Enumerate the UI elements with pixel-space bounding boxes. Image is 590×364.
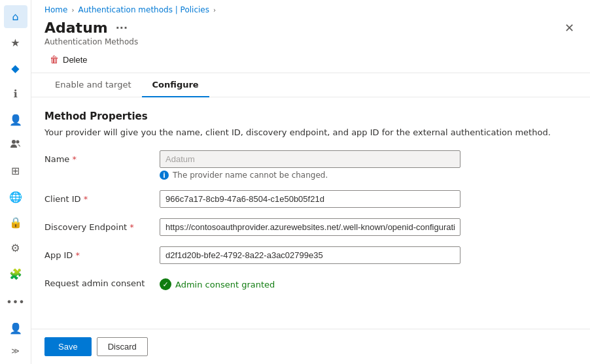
save-button[interactable]: Save xyxy=(44,337,92,356)
form-row-consent: Request admin consent ✓ Admin consent gr… xyxy=(44,274,577,290)
tab-enable-and-target[interactable]: Enable and target xyxy=(44,73,142,97)
globe-icon: 🌐 xyxy=(9,191,22,203)
person-icon: 👤 xyxy=(9,114,22,126)
ellipsis-icon: ••• xyxy=(6,296,24,308)
discard-button[interactable]: Discard xyxy=(97,337,148,356)
delete-button[interactable]: 🗑 Delete xyxy=(44,52,93,67)
label-app-id: App ID * xyxy=(44,246,149,260)
name-input[interactable] xyxy=(160,150,460,168)
sidebar-icon-settings[interactable]: ⚙ xyxy=(4,237,27,259)
sidebar-icon-favorites[interactable]: ★ xyxy=(4,31,27,54)
toolbar: 🗑 Delete xyxy=(31,46,590,73)
sidebar-icon-puzzle[interactable]: 🧩 xyxy=(4,263,27,286)
sidebar-icon-info[interactable]: ℹ xyxy=(4,82,27,105)
form-row-app-id: App ID * xyxy=(44,246,577,264)
field-wrap-name: i The provider name cannot be changed. xyxy=(160,150,577,180)
main-panel: Home › Authentication methods | Policies… xyxy=(31,0,590,364)
required-star-discovery: * xyxy=(130,222,134,232)
tab-configure[interactable]: Configure xyxy=(142,73,209,97)
star-icon: ★ xyxy=(10,37,20,49)
page-header-left: Adatum ··· Authentication Methods xyxy=(44,20,138,46)
sidebar-icon-globe[interactable]: 🌐 xyxy=(4,186,27,208)
page-more-button[interactable]: ··· xyxy=(113,20,130,35)
discovery-endpoint-input[interactable] xyxy=(160,218,460,236)
label-discovery-endpoint: Discovery Endpoint * xyxy=(44,218,149,232)
consent-status-text: Admin consent granted xyxy=(175,280,275,290)
svg-point-1 xyxy=(16,141,19,144)
chevron-expand-icon: ≫ xyxy=(11,346,20,356)
page-subtitle: Authentication Methods xyxy=(44,37,138,46)
sidebar-icon-home[interactable]: ⌂ xyxy=(4,5,27,28)
breadcrumb-sep-1: › xyxy=(71,7,74,14)
consent-status: ✓ Admin consent granted xyxy=(160,274,577,290)
breadcrumb-home[interactable]: Home xyxy=(44,5,67,14)
group-icon xyxy=(10,139,21,152)
section-title: Method Properties xyxy=(44,110,577,122)
settings-gear-icon: ⚙ xyxy=(10,242,20,254)
footer: Save Discard xyxy=(31,329,590,364)
sidebar-icon-person[interactable]: 👤 xyxy=(4,108,27,131)
check-circle-icon: ✓ xyxy=(160,278,171,290)
sidebar-icon-group[interactable] xyxy=(4,134,27,157)
form-row-client-id: Client ID * xyxy=(44,190,577,208)
tab-bar: Enable and target Configure xyxy=(31,73,590,97)
breadcrumb-sep-2: › xyxy=(213,7,216,14)
page-title: Adatum xyxy=(44,20,108,36)
field-wrap-app-id xyxy=(160,246,577,264)
sidebar-icon-more[interactable]: ••• xyxy=(4,291,27,314)
label-client-id: Client ID * xyxy=(44,190,149,204)
form-row-discovery-endpoint: Discovery Endpoint * xyxy=(44,218,577,236)
delete-icon: 🗑 xyxy=(50,54,59,65)
label-consent: Request admin consent xyxy=(44,274,149,288)
sidebar-expand-button[interactable]: ≫ xyxy=(4,343,27,359)
user-avatar-icon: 👤 xyxy=(9,322,22,335)
apps-icon: ⊞ xyxy=(11,165,20,177)
sidebar-icon-apps[interactable]: ⊞ xyxy=(4,159,27,182)
close-button[interactable]: ✕ xyxy=(562,20,577,37)
sidebar-icon-lock[interactable]: 🔒 xyxy=(4,211,27,234)
breadcrumb-policies[interactable]: Authentication methods | Policies xyxy=(78,5,209,14)
page-header: Adatum ··· Authentication Methods ✕ xyxy=(31,17,590,46)
breadcrumb: Home › Authentication methods | Policies… xyxy=(31,0,590,17)
app-id-input[interactable] xyxy=(160,246,460,264)
field-wrap-consent: ✓ Admin consent granted xyxy=(160,274,577,290)
puzzle-icon: 🧩 xyxy=(9,268,22,280)
sidebar-icon-user[interactable]: 👤 xyxy=(4,317,27,340)
section-desc: Your provider will give you the name, cl… xyxy=(44,127,577,137)
field-wrap-discovery-endpoint xyxy=(160,218,577,236)
diamond-icon: ◆ xyxy=(11,62,19,74)
info-circle-icon: i xyxy=(160,171,169,180)
content-area: Method Properties Your provider will giv… xyxy=(31,97,590,329)
form-row-name: Name * i The provider name cannot be cha… xyxy=(44,150,577,180)
info-icon: ℹ xyxy=(13,88,17,100)
required-star-name: * xyxy=(73,154,77,164)
name-field-note: i The provider name cannot be changed. xyxy=(160,171,577,180)
page-title-row: Adatum ··· xyxy=(44,20,138,36)
sidebar-icon-active[interactable]: ◆ xyxy=(4,57,27,80)
sidebar: ⌂ ★ ◆ ℹ 👤 ⊞ 🌐 🔒 ⚙ 🧩 xyxy=(0,0,31,364)
home-icon: ⌂ xyxy=(12,10,18,23)
label-name: Name * xyxy=(44,150,149,164)
lock-icon: 🔒 xyxy=(9,216,22,229)
client-id-input[interactable] xyxy=(160,190,460,208)
required-star-app-id: * xyxy=(76,250,80,260)
delete-label: Delete xyxy=(63,55,88,65)
svg-point-0 xyxy=(12,140,16,144)
field-wrap-client-id xyxy=(160,190,577,208)
required-star-client-id: * xyxy=(84,194,88,204)
